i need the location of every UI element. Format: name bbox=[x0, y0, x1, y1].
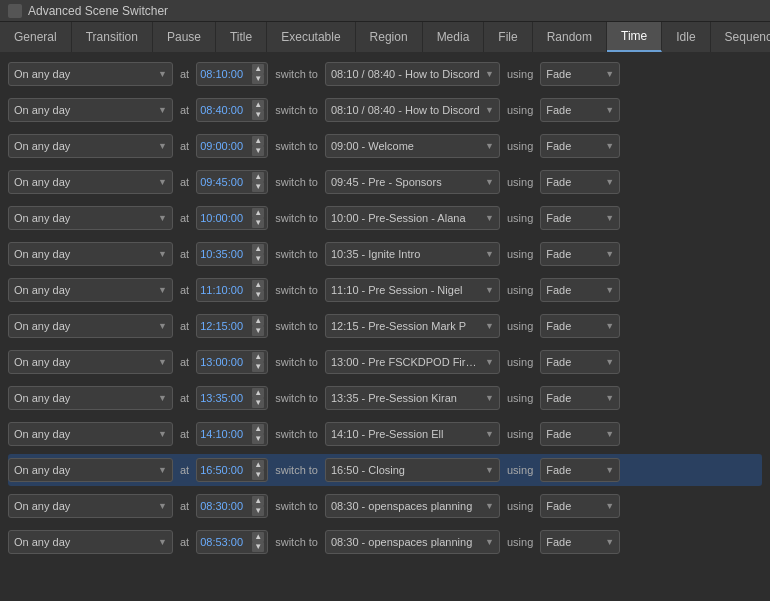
day-dropdown[interactable]: On any day ▼ bbox=[8, 62, 173, 86]
scene-dropdown[interactable]: 09:00 - Welcome ▼ bbox=[325, 134, 500, 158]
day-dropdown[interactable]: On any day ▼ bbox=[8, 350, 173, 374]
tab-random[interactable]: Random bbox=[533, 22, 607, 52]
transition-dropdown[interactable]: Fade ▼ bbox=[540, 134, 620, 158]
scene-dropdown[interactable]: 11:10 - Pre Session - Nigel ▼ bbox=[325, 278, 500, 302]
scene-dropdown[interactable]: 10:35 - Ignite Intro ▼ bbox=[325, 242, 500, 266]
tab-idle[interactable]: Idle bbox=[662, 22, 710, 52]
spin-down-button[interactable]: ▼ bbox=[252, 434, 264, 444]
time-input[interactable]: 14:10:00 ▲ ▼ bbox=[196, 422, 268, 446]
tab-region[interactable]: Region bbox=[356, 22, 423, 52]
day-dropdown[interactable]: On any day ▼ bbox=[8, 134, 173, 158]
transition-dropdown[interactable]: Fade ▼ bbox=[540, 386, 620, 410]
spin-up-button[interactable]: ▲ bbox=[252, 280, 264, 290]
scene-dropdown[interactable]: 13:35 - Pre-Session Kiran ▼ bbox=[325, 386, 500, 410]
time-input[interactable]: 09:45:00 ▲ ▼ bbox=[196, 170, 268, 194]
spin-down-button[interactable]: ▼ bbox=[252, 362, 264, 372]
time-input[interactable]: 08:10:00 ▲ ▼ bbox=[196, 62, 268, 86]
spin-up-button[interactable]: ▲ bbox=[252, 100, 264, 110]
time-input[interactable]: 08:53:00 ▲ ▼ bbox=[196, 530, 268, 554]
scene-dropdown[interactable]: 08:30 - openspaces planning ▼ bbox=[325, 530, 500, 554]
scene-dropdown[interactable]: 08:30 - openspaces planning ▼ bbox=[325, 494, 500, 518]
tab-title[interactable]: Title bbox=[216, 22, 267, 52]
spin-down-button[interactable]: ▼ bbox=[252, 254, 264, 264]
scene-dropdown[interactable]: 12:15 - Pre-Session Mark P ▼ bbox=[325, 314, 500, 338]
day-dropdown[interactable]: On any day ▼ bbox=[8, 314, 173, 338]
time-input[interactable]: 13:35:00 ▲ ▼ bbox=[196, 386, 268, 410]
spin-up-button[interactable]: ▲ bbox=[252, 172, 264, 182]
spin-up-button[interactable]: ▲ bbox=[252, 532, 264, 542]
time-input[interactable]: 08:40:00 ▲ ▼ bbox=[196, 98, 268, 122]
tab-executable[interactable]: Executable bbox=[267, 22, 355, 52]
day-dropdown[interactable]: On any day ▼ bbox=[8, 170, 173, 194]
time-input[interactable]: 13:00:00 ▲ ▼ bbox=[196, 350, 268, 374]
scene-dropdown[interactable]: 13:00 - Pre FSCKDPOD Firestarter ▼ bbox=[325, 350, 500, 374]
time-input[interactable]: 12:15:00 ▲ ▼ bbox=[196, 314, 268, 338]
day-dropdown[interactable]: On any day ▼ bbox=[8, 458, 173, 482]
day-dropdown[interactable]: On any day ▼ bbox=[8, 242, 173, 266]
spin-buttons: ▲ ▼ bbox=[252, 63, 264, 85]
day-dropdown[interactable]: On any day ▼ bbox=[8, 422, 173, 446]
spin-down-button[interactable]: ▼ bbox=[252, 146, 264, 156]
spin-down-button[interactable]: ▼ bbox=[252, 470, 264, 480]
spin-up-button[interactable]: ▲ bbox=[252, 352, 264, 362]
spin-down-button[interactable]: ▼ bbox=[252, 290, 264, 300]
day-dropdown[interactable]: On any day ▼ bbox=[8, 206, 173, 230]
transition-dropdown[interactable]: Fade ▼ bbox=[540, 170, 620, 194]
transition-value: Fade bbox=[546, 248, 571, 260]
tab-pause[interactable]: Pause bbox=[153, 22, 216, 52]
tab-media[interactable]: Media bbox=[423, 22, 485, 52]
spin-up-button[interactable]: ▲ bbox=[252, 136, 264, 146]
time-input[interactable]: 09:00:00 ▲ ▼ bbox=[196, 134, 268, 158]
day-dropdown[interactable]: On any day ▼ bbox=[8, 98, 173, 122]
spin-down-button[interactable]: ▼ bbox=[252, 506, 264, 516]
spin-up-button[interactable]: ▲ bbox=[252, 388, 264, 398]
transition-dropdown[interactable]: Fade ▼ bbox=[540, 98, 620, 122]
time-input[interactable]: 10:35:00 ▲ ▼ bbox=[196, 242, 268, 266]
spin-down-button[interactable]: ▼ bbox=[252, 110, 264, 120]
spin-down-button[interactable]: ▼ bbox=[252, 182, 264, 192]
spin-up-button[interactable]: ▲ bbox=[252, 460, 264, 470]
transition-dropdown[interactable]: Fade ▼ bbox=[540, 314, 620, 338]
spin-up-button[interactable]: ▲ bbox=[252, 244, 264, 254]
spin-down-button[interactable]: ▼ bbox=[252, 326, 264, 336]
time-input[interactable]: 11:10:00 ▲ ▼ bbox=[196, 278, 268, 302]
transition-dropdown[interactable]: Fade ▼ bbox=[540, 278, 620, 302]
tab-file[interactable]: File bbox=[484, 22, 532, 52]
spin-down-button[interactable]: ▼ bbox=[252, 542, 264, 552]
spin-up-button[interactable]: ▲ bbox=[252, 424, 264, 434]
spin-down-button[interactable]: ▼ bbox=[252, 398, 264, 408]
scene-value: 11:10 - Pre Session - Nigel bbox=[331, 284, 462, 296]
transition-dropdown[interactable]: Fade ▼ bbox=[540, 458, 620, 482]
scene-dropdown[interactable]: 10:00 - Pre-Session - Alana ▼ bbox=[325, 206, 500, 230]
spin-down-button[interactable]: ▼ bbox=[252, 218, 264, 228]
scene-dropdown[interactable]: 14:10 - Pre-Session Ell ▼ bbox=[325, 422, 500, 446]
scene-dropdown[interactable]: 08:10 / 08:40 - How to Discord ▼ bbox=[325, 62, 500, 86]
transition-dropdown[interactable]: Fade ▼ bbox=[540, 206, 620, 230]
tab-general[interactable]: General bbox=[0, 22, 72, 52]
spin-down-button[interactable]: ▼ bbox=[252, 74, 264, 84]
spin-up-button[interactable]: ▲ bbox=[252, 64, 264, 74]
tab-time[interactable]: Time bbox=[607, 22, 662, 52]
transition-dropdown[interactable]: Fade ▼ bbox=[540, 422, 620, 446]
scene-dropdown[interactable]: 08:10 / 08:40 - How to Discord ▼ bbox=[325, 98, 500, 122]
spin-up-button[interactable]: ▲ bbox=[252, 316, 264, 326]
spin-up-button[interactable]: ▲ bbox=[252, 496, 264, 506]
transition-dropdown[interactable]: Fade ▼ bbox=[540, 530, 620, 554]
spin-up-button[interactable]: ▲ bbox=[252, 208, 264, 218]
day-dropdown[interactable]: On any day ▼ bbox=[8, 530, 173, 554]
switch-to-label: switch to bbox=[272, 464, 321, 476]
transition-dropdown[interactable]: Fade ▼ bbox=[540, 242, 620, 266]
time-input[interactable]: 08:30:00 ▲ ▼ bbox=[196, 494, 268, 518]
time-input[interactable]: 16:50:00 ▲ ▼ bbox=[196, 458, 268, 482]
day-dropdown[interactable]: On any day ▼ bbox=[8, 386, 173, 410]
transition-dropdown[interactable]: Fade ▼ bbox=[540, 494, 620, 518]
day-dropdown[interactable]: On any day ▼ bbox=[8, 494, 173, 518]
time-input[interactable]: 10:00:00 ▲ ▼ bbox=[196, 206, 268, 230]
scene-dropdown[interactable]: 09:45 - Pre - Sponsors ▼ bbox=[325, 170, 500, 194]
tab-transition[interactable]: Transition bbox=[72, 22, 153, 52]
tab-sequence[interactable]: Sequence bbox=[711, 22, 770, 52]
scene-dropdown[interactable]: 16:50 - Closing ▼ bbox=[325, 458, 500, 482]
transition-dropdown[interactable]: Fade ▼ bbox=[540, 350, 620, 374]
transition-dropdown[interactable]: Fade ▼ bbox=[540, 62, 620, 86]
day-dropdown[interactable]: On any day ▼ bbox=[8, 278, 173, 302]
